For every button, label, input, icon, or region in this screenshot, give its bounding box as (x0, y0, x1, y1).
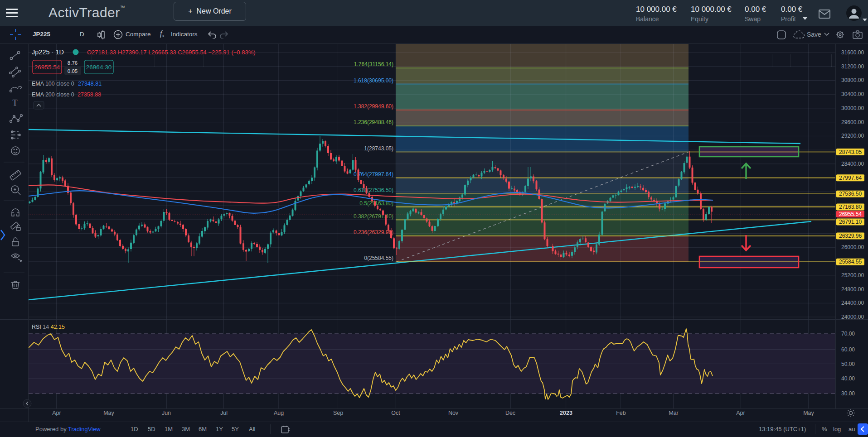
svg-text:2023: 2023 (560, 410, 572, 416)
svg-text:EMA 100 close 0: EMA 100 close 0 (32, 81, 74, 87)
svg-text:60.00: 60.00 (841, 346, 855, 353)
svg-text:Mar: Mar (669, 410, 679, 416)
svg-text:27997.64: 27997.64 (839, 175, 862, 181)
svg-text:26791.10: 26791.10 (839, 219, 862, 225)
svg-text:26955.54: 26955.54 (34, 64, 60, 71)
svg-text:29200.00: 29200.00 (841, 133, 864, 139)
svg-text:Sep: Sep (333, 410, 343, 416)
svg-text:1.764(31156.14): 1.764(31156.14) (354, 61, 393, 67)
svg-text:8.76: 8.76 (68, 60, 78, 66)
svg-text:26955.54: 26955.54 (839, 211, 862, 217)
svg-text:Jp225 · 1D: Jp225 · 1D (32, 48, 64, 56)
svg-text:28743.05: 28743.05 (839, 149, 862, 155)
svg-text:0(25584.55): 0(25584.55) (364, 255, 393, 261)
svg-text:Apr: Apr (52, 410, 61, 416)
svg-text:0.236(26329.96): 0.236(26329.96) (354, 229, 393, 235)
svg-text:Aug: Aug (274, 410, 284, 416)
svg-text:0.764(27997.64): 0.764(27997.64) (354, 171, 393, 178)
svg-text:25200.00: 25200.00 (841, 272, 864, 279)
svg-text:28400.00: 28400.00 (841, 161, 864, 167)
svg-text:RSI 14 42.15: RSI 14 42.15 (32, 324, 65, 330)
svg-text:25584.55: 25584.55 (839, 259, 862, 265)
svg-text:0.618(27536.50): 0.618(27536.50) (354, 187, 393, 193)
svg-text:29600.00: 29600.00 (841, 119, 864, 125)
svg-text:O27181.33 H27390.17 L26665.33: O27181.33 H27390.17 L26665.33 C26955.54 … (87, 49, 256, 56)
svg-text:24800.00: 24800.00 (841, 286, 864, 293)
svg-text:May: May (803, 410, 814, 416)
svg-text:Nov: Nov (448, 410, 459, 416)
svg-text:0.05: 0.05 (68, 68, 78, 74)
svg-text:27163.80: 27163.80 (839, 204, 862, 210)
svg-text:Jul: Jul (220, 410, 228, 416)
svg-text:27348.81: 27348.81 (78, 81, 102, 87)
svg-text:1(28743.05): 1(28743.05) (364, 145, 393, 152)
svg-text:27358.88: 27358.88 (78, 91, 101, 98)
svg-text:Apr: Apr (736, 410, 745, 416)
svg-text:30.00: 30.00 (841, 390, 855, 397)
svg-text:30400.00: 30400.00 (841, 91, 864, 97)
svg-text:EMA 200 close 0: EMA 200 close 0 (32, 91, 74, 98)
svg-text:24000.00: 24000.00 (841, 314, 864, 320)
svg-text:24400.00: 24400.00 (841, 300, 864, 306)
svg-text:Jun: Jun (162, 410, 171, 416)
svg-text:May: May (103, 410, 114, 416)
svg-text:1.618(30695.00): 1.618(30695.00) (354, 77, 393, 84)
svg-text:70.00: 70.00 (841, 331, 855, 337)
svg-text:1.382(29949.60): 1.382(29949.60) (354, 103, 393, 110)
svg-text:31600.00: 31600.00 (841, 49, 864, 56)
svg-text:30800.00: 30800.00 (841, 77, 864, 83)
svg-text:26000.00: 26000.00 (841, 244, 864, 250)
svg-text:T: T (13, 98, 18, 107)
svg-text:26329.96: 26329.96 (839, 233, 862, 239)
svg-text:50.00: 50.00 (841, 361, 855, 367)
svg-text:30000.00: 30000.00 (841, 105, 864, 111)
svg-text:27536.50: 27536.50 (839, 191, 862, 197)
svg-text:Dec: Dec (505, 410, 515, 416)
svg-text:40.00: 40.00 (841, 375, 855, 382)
svg-text:26964.30: 26964.30 (86, 64, 112, 71)
svg-text:1.236(29488.46): 1.236(29488.46) (354, 119, 393, 125)
svg-text:31200.00: 31200.00 (841, 63, 864, 70)
svg-text:Oct: Oct (391, 410, 400, 416)
svg-text:Feb: Feb (616, 410, 626, 416)
